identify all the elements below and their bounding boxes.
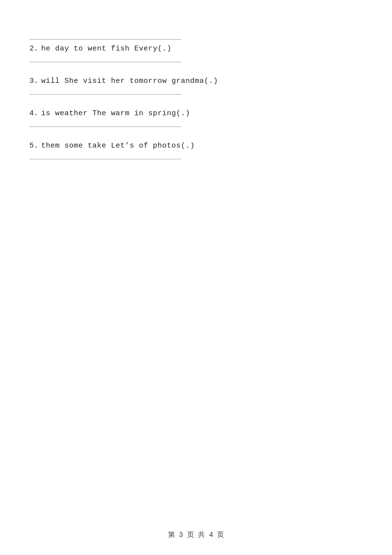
question-text-4: is weather The warm in spring(.)	[41, 109, 190, 118]
answer-line-2	[29, 62, 181, 62]
answer-line-4	[29, 126, 181, 127]
question-line-5: 5. them some take Let’s of photos(.)	[29, 137, 363, 150]
question-block-4: 4. is weather The warm in spring(.)	[29, 104, 363, 127]
question-line-2: 2. he day to went fish Every(.)	[29, 40, 363, 53]
page-footer: 第 3 页 共 4 页	[0, 530, 392, 539]
question-number-5: 5.	[29, 142, 41, 150]
question-block-2: 2. he day to went fish Every(.)	[29, 40, 363, 62]
question-number-4: 4.	[29, 109, 41, 118]
question-text-3: will She visit her tomorrow grandma(.)	[41, 77, 218, 85]
question-number-3: 3.	[29, 77, 41, 85]
question-line-3: 3. will She visit her tomorrow grandma(.…	[29, 72, 363, 85]
footer-text: 第 3 页 共 4 页	[168, 531, 224, 539]
question-number-2: 2.	[29, 45, 41, 53]
question-block-5: 5. them some take Let’s of photos(.)	[29, 137, 363, 159]
question-block-3: 3. will She visit her tomorrow grandma(.…	[29, 72, 363, 95]
question-line-4: 4. is weather The warm in spring(.)	[29, 104, 363, 118]
answer-line-3	[29, 94, 181, 95]
question-text-5: them some take Let’s of photos(.)	[41, 142, 195, 150]
page-content: 2. he day to went fish Every(.) 3. will …	[0, 0, 392, 199]
question-text-2: he day to went fish Every(.)	[41, 45, 172, 53]
answer-line-5	[29, 159, 181, 159]
